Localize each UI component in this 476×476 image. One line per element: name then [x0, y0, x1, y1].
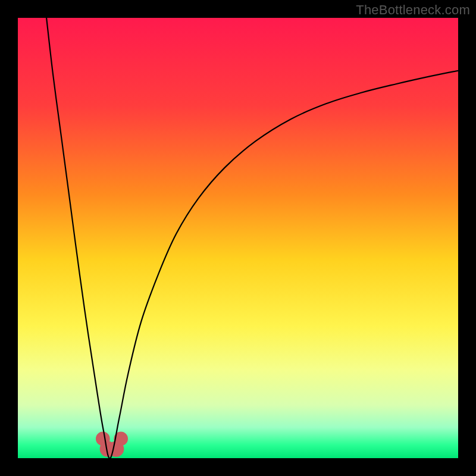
gradient-background — [18, 18, 458, 458]
chart-frame: TheBottleneck.com — [0, 0, 476, 476]
watermark-text: TheBottleneck.com — [356, 2, 470, 18]
plot-area — [18, 18, 458, 458]
chart-svg — [18, 18, 458, 458]
